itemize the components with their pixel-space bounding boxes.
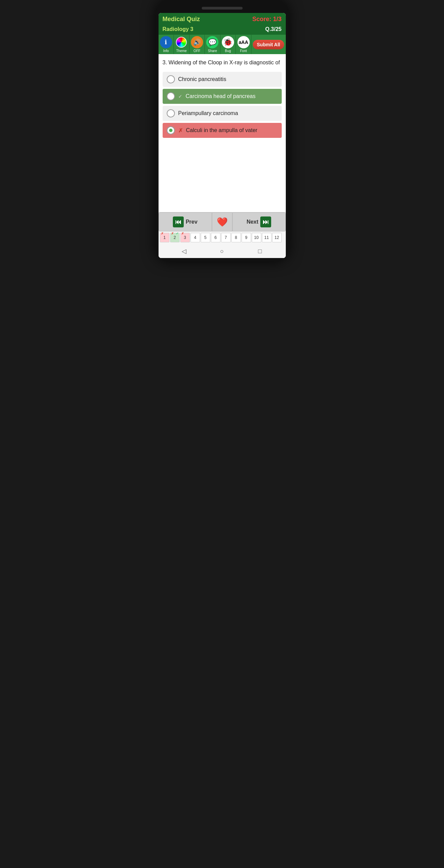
option-b-text: Carcinoma head of pancreas	[186, 93, 256, 99]
share-label: Share	[208, 49, 217, 53]
radio-d-inner	[169, 129, 172, 132]
submit-all-button[interactable]: Submit All	[253, 40, 284, 49]
info-icon: ℹ	[160, 36, 172, 48]
theme-icon	[175, 36, 187, 48]
grid-item-11[interactable]: 11	[262, 233, 272, 242]
theme-label: Theme	[176, 49, 187, 53]
bug-label: Bug	[225, 49, 231, 53]
bug-icon: 🐞	[222, 36, 234, 48]
question-number-inline: 3.	[163, 60, 167, 65]
options-list: Chronic pancreatitis ✓ Carcinoma head of…	[163, 72, 282, 138]
option-d[interactable]: ✗ Calculi in the ampulla of vater	[163, 123, 282, 138]
nav-buttons: ⏮ Prev ❤️ Next ⏭	[159, 212, 286, 231]
next-button[interactable]: Next ⏭	[232, 212, 286, 231]
app-title: Medical Quiz	[163, 16, 200, 23]
option-c-text: Periampullary carcinoma	[178, 110, 238, 116]
header-sub: Radiology 3 Q.3/25	[159, 26, 286, 34]
heart-button[interactable]: ❤️	[212, 212, 232, 231]
toolbar-font[interactable]: aAA Font	[236, 35, 251, 54]
radio-c	[167, 109, 175, 117]
font-icon: aAA	[237, 36, 250, 48]
toolbar-theme[interactable]: Theme	[174, 35, 190, 54]
grid-item-7[interactable]: 7	[221, 233, 231, 242]
grid-item-5[interactable]: 5	[201, 233, 210, 242]
score-display: Score: 1/3	[252, 16, 281, 23]
grid-item-6[interactable]: 6	[211, 233, 220, 242]
toolbar-info[interactable]: ℹ Info	[159, 35, 174, 54]
question-body: Widening of the Cloop in X-ray is diagno…	[168, 60, 280, 65]
prev-label: Prev	[186, 219, 198, 225]
check-icon: ✓	[178, 94, 182, 99]
android-nav: ◁ ○ □	[159, 244, 286, 258]
grid-item-3[interactable]: ✗3	[180, 233, 190, 242]
toolbar-share[interactable]: 💬 Share	[205, 35, 220, 54]
radio-a	[167, 75, 175, 83]
radio-d	[167, 126, 175, 134]
radio-b	[167, 92, 175, 100]
question-area: 3. Widening of the Cloop in X-ray is dia…	[159, 54, 286, 212]
grid-item-1[interactable]: ✗1	[160, 233, 169, 242]
section-title: Radiology 3	[163, 26, 194, 32]
option-a[interactable]: Chronic pancreatitis	[163, 72, 282, 87]
grid-item-9[interactable]: 9	[242, 233, 251, 242]
toolbar-bug[interactable]: 🐞 Bug	[220, 35, 236, 54]
phone-shell: Medical Quiz Score: 1/3 Radiology 3 Q.3/…	[156, 0, 289, 261]
bottom-nav: ⏮ Prev ❤️ Next ⏭ ✗1✗✓2✗3456789101112 ◁ ○…	[159, 212, 286, 258]
sound-icon: 🔊	[191, 36, 203, 48]
option-c[interactable]: Periampullary carcinoma	[163, 106, 282, 121]
grid-item-10[interactable]: 10	[252, 233, 261, 242]
option-d-text: Calculi in the ampulla of vater	[186, 127, 258, 133]
back-button[interactable]: ◁	[180, 247, 188, 255]
next-label: Next	[247, 219, 259, 225]
question-grid: ✗1✗✓2✗3456789101112	[159, 231, 286, 244]
option-a-text: Chronic pancreatitis	[178, 76, 226, 82]
recents-button[interactable]: □	[256, 247, 264, 255]
submit-wrapper: Submit All	[251, 35, 286, 54]
question-number: Q.3/25	[265, 26, 281, 32]
grid-item-4[interactable]: 4	[191, 233, 200, 242]
home-button[interactable]: ○	[218, 247, 226, 255]
info-label: Info	[163, 49, 169, 53]
grid-item-2[interactable]: ✗✓2	[170, 233, 180, 242]
font-label: Font	[240, 49, 247, 53]
toolbar-sound[interactable]: 🔊 OFF	[190, 35, 205, 54]
grid-item-12[interactable]: 12	[272, 233, 282, 242]
option-b[interactable]: ✓ Carcinoma head of pancreas	[163, 89, 282, 104]
prev-button[interactable]: ⏮ Prev	[159, 212, 212, 231]
phone-notch	[202, 7, 243, 10]
x-icon: ✗	[178, 127, 183, 134]
screen: Medical Quiz Score: 1/3 Radiology 3 Q.3/…	[159, 13, 286, 258]
question-text: 3. Widening of the Cloop in X-ray is dia…	[163, 59, 282, 66]
heart-icon: ❤️	[217, 217, 228, 227]
sound-label: OFF	[194, 49, 200, 53]
grid-item-8[interactable]: 8	[231, 233, 241, 242]
header-top: Medical Quiz Score: 1/3	[159, 13, 286, 26]
prev-icon: ⏮	[173, 216, 184, 227]
next-icon: ⏭	[260, 216, 271, 227]
toolbar: ℹ Info Theme 🔊 OFF 💬 Share 🐞 Bug	[159, 34, 286, 54]
share-icon: 💬	[206, 36, 218, 48]
